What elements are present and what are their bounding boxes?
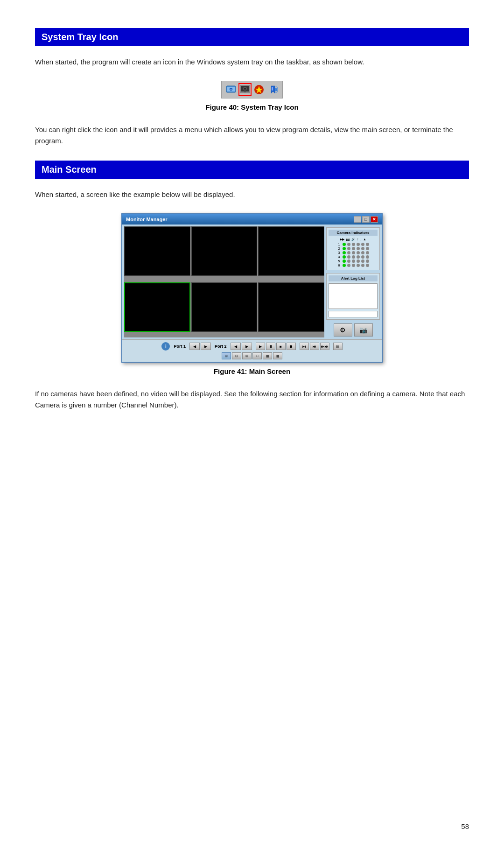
alert-log-list: [329, 283, 378, 309]
layout-custom1[interactable]: ▦: [263, 352, 272, 359]
pause-btn[interactable]: ⏸: [266, 343, 275, 350]
nav-btn2[interactable]: ⏭: [310, 343, 319, 350]
monitor-titlebar: Monitor Manager _ □ ✕: [122, 214, 382, 225]
main-screen-section: Main Screen When started, a screen like …: [35, 161, 469, 411]
tray-icon-3: [252, 83, 266, 96]
camera-cell-6: [258, 282, 324, 332]
port2-label: Port 2: [215, 344, 227, 349]
system-tray-para1: When started, the program will create an…: [35, 56, 469, 68]
svg-rect-13: [272, 87, 273, 91]
monitor-manager-window: Monitor Manager _ □ ✕: [121, 213, 383, 363]
system-tray-icon-image: [221, 81, 283, 98]
minimize-btn[interactable]: _: [354, 216, 361, 223]
camera-cell-1: [124, 226, 190, 276]
svg-rect-9: [243, 92, 247, 93]
stop-btn[interactable]: ■: [276, 343, 286, 350]
figure-40-caption: Figure 40: System Tray Icon: [205, 103, 298, 111]
camera-indicators-box: Camera Indicators ▶▶📷🔊↑↓▲ 1: [326, 227, 380, 270]
port1-buttons: ◀ ▶: [189, 343, 211, 350]
nav-btn1[interactable]: ⏮: [300, 343, 309, 350]
ci-row-3: 3: [329, 251, 378, 254]
port2-buttons: ◀ ▶: [231, 343, 252, 350]
main-screen-para2: If no cameras have been defined, no vide…: [35, 388, 469, 411]
titlebar-buttons: _ □ ✕: [354, 216, 378, 223]
page-number: 58: [461, 822, 469, 830]
camera-grid: [124, 226, 324, 337]
ci-row-6: 6: [329, 264, 378, 267]
alert-log-box: Alert Log List: [326, 273, 380, 320]
port2-btn2[interactable]: ▶: [242, 343, 252, 350]
ci-row-2: 2: [329, 247, 378, 250]
right-panel: Camera Indicators ▶▶📷🔊↑↓▲ 1: [326, 226, 380, 337]
figure-41-caption: Figure 41: Main Screen: [214, 367, 290, 375]
camera-cell-3: [258, 226, 324, 276]
system-tray-para2: You can right click the icon and it will…: [35, 124, 469, 147]
figure-41-container: Monitor Manager _ □ ✕: [35, 213, 469, 384]
monitor-footer: i Port 1 ◀ ▶ Port 2 ◀ ▶ ▶ ⏸ ■: [122, 339, 382, 362]
maximize-btn[interactable]: □: [362, 216, 370, 223]
info-icon[interactable]: i: [161, 342, 170, 351]
svg-rect-8: [244, 91, 246, 92]
monitor-title: Monitor Manager: [126, 217, 168, 222]
nav-controls: ⏮ ⏭ ⏭⏭: [300, 343, 329, 350]
ci-row-4: 4: [329, 255, 378, 259]
alert-log-title: Alert Log List: [329, 275, 378, 281]
camera-cell-5: [191, 282, 258, 332]
tray-icon-4: [266, 83, 280, 96]
record-btn[interactable]: ⏺: [287, 343, 296, 350]
main-screen-header: Main Screen: [35, 161, 469, 179]
port1-btn1[interactable]: ◀: [189, 343, 200, 350]
port1-label: Port 1: [174, 344, 186, 349]
play-btn[interactable]: ▶: [256, 343, 265, 350]
layout-1x1[interactable]: □: [252, 352, 262, 359]
action-buttons: ⚙ 📷: [326, 323, 380, 337]
camera-cell-2: [191, 226, 258, 276]
alert-log-dropdown[interactable]: [329, 311, 378, 317]
footer-row1: i Port 1 ◀ ▶ Port 2 ◀ ▶ ▶ ⏸ ■: [161, 342, 342, 351]
camera-indicators-title: Camera Indicators: [329, 230, 378, 236]
settings-button[interactable]: ⚙: [334, 323, 352, 337]
footer-row2: ⊞ ⊟ ⊞ □ ▦ ▩: [222, 352, 282, 359]
main-screen-para1: When started, a screen like the example …: [35, 189, 469, 200]
port2-btn1[interactable]: ◀: [231, 343, 241, 350]
layout-3x3[interactable]: ⊟: [232, 352, 241, 359]
layout-custom2[interactable]: ▩: [273, 352, 282, 359]
layout-4x4[interactable]: ⊞: [222, 352, 231, 359]
camera-cell-4: [124, 282, 190, 332]
nav-btn3[interactable]: ⏭⏭: [320, 343, 329, 350]
camera-button[interactable]: 📷: [354, 323, 373, 337]
tray-icon-2-highlighted: [238, 83, 252, 96]
svg-point-3: [231, 89, 232, 90]
system-tray-section: System Tray Icon When started, the progr…: [35, 28, 469, 147]
figure-40-container: Figure 40: System Tray Icon: [35, 81, 469, 119]
extra-btn[interactable]: ▤: [333, 343, 343, 350]
ci-row-5: 5: [329, 260, 378, 263]
playback-controls: ▶ ⏸ ■ ⏺: [256, 343, 296, 350]
layout-2x2[interactable]: ⊞: [242, 352, 252, 359]
port1-btn2[interactable]: ▶: [201, 343, 211, 350]
monitor-body: Camera Indicators ▶▶📷🔊↑↓▲ 1: [122, 225, 382, 339]
ci-header-row: ▶▶📷🔊↑↓▲: [329, 238, 378, 241]
system-tray-header: System Tray Icon: [35, 28, 469, 46]
ci-row-1: 1: [329, 243, 378, 246]
tray-icon-1: [224, 83, 238, 96]
svg-point-7: [244, 88, 246, 90]
close-btn[interactable]: ✕: [371, 216, 378, 223]
